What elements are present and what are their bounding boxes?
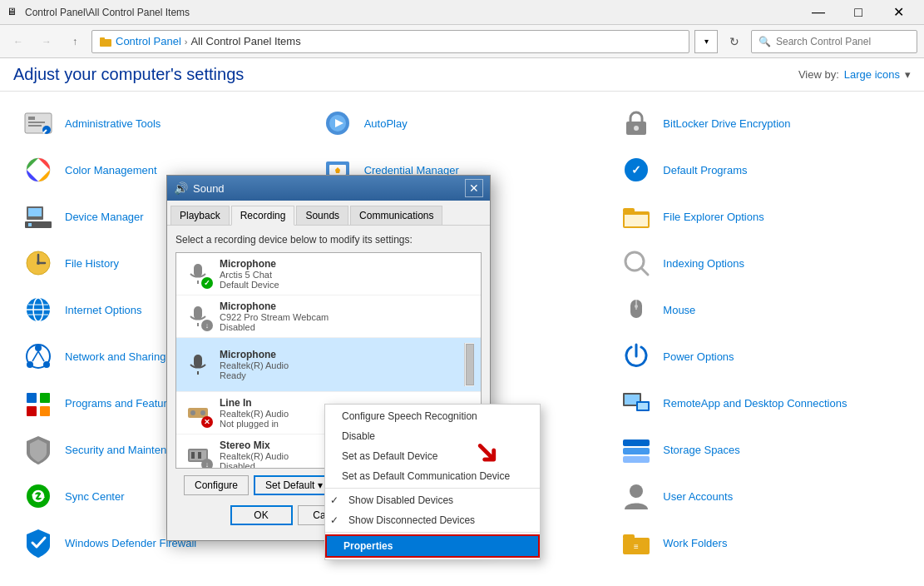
breadcrumb-control-panel[interactable]: Control Panel: [116, 35, 181, 47]
close-button[interactable]: ✕: [879, 0, 917, 25]
device-item-mic1[interactable]: ✓ Microphone Arctis 5 Chat Default Devic…: [176, 253, 481, 295]
title-bar-controls: — □ ✕: [799, 0, 917, 25]
svg-point-94: [190, 410, 195, 415]
title-bar-icon: 🖥: [7, 6, 20, 19]
ctx-show-disconnected[interactable]: Show Disconnected Devices: [325, 510, 540, 530]
ctx-show-disabled[interactable]: Show Disabled Devices: [325, 490, 540, 510]
context-menu: Configure Speech Recognition Disable Set…: [324, 404, 541, 560]
device-mic3-icon-wrap: [183, 350, 213, 380]
breadcrumb-folder-icon: [99, 35, 112, 48]
breadcrumb-bar: Control Panel › All Control Panel Items: [91, 30, 689, 53]
forward-button[interactable]: →: [35, 30, 58, 53]
address-dropdown-button[interactable]: ▾: [694, 30, 718, 53]
device-mic2-info: Microphone C922 Pro Stream Webcam Disabl…: [220, 300, 474, 332]
ctx-set-default-comm[interactable]: Set as Default Communication Device: [325, 466, 540, 486]
title-bar: 🖥 Control Panel\All Control Panel Items …: [0, 0, 924, 25]
svg-rect-98: [191, 452, 195, 459]
device-mic2-sub1: C922 Pro Stream Webcam: [220, 312, 474, 322]
title-bar-text: Control Panel\All Control Panel Items: [25, 7, 799, 18]
refresh-button[interactable]: ↻: [723, 30, 746, 53]
back-button[interactable]: ←: [7, 30, 30, 53]
view-by-value[interactable]: Large icons: [844, 68, 900, 81]
svg-rect-1: [100, 37, 105, 40]
items-area: Administrative Tools AutoPlay BitLocker …: [0, 92, 924, 586]
ctx-properties[interactable]: Properties: [325, 534, 540, 558]
device-item-mic3[interactable]: Microphone Realtek(R) Audio Ready: [176, 338, 481, 392]
svg-rect-91: [194, 355, 202, 368]
search-input[interactable]: [776, 36, 910, 47]
ctx-disable[interactable]: Disable: [325, 426, 540, 446]
device-mic3-sub1: Realtek(R) Audio: [220, 360, 457, 370]
device-mic3-info: Microphone Realtek(R) Audio Ready: [220, 349, 457, 380]
tab-communications[interactable]: Communications: [350, 206, 442, 225]
device-mic2-icon-wrap: ↓: [183, 301, 213, 331]
tab-sounds[interactable]: Sounds: [296, 206, 348, 225]
minimize-button[interactable]: —: [799, 0, 838, 25]
microphone-icon: [185, 351, 211, 378]
device-stereo-status: ↓: [201, 459, 213, 469]
device-linein-icon-wrap: ✕: [183, 398, 213, 428]
device-mic2-name: Microphone: [220, 300, 474, 312]
ctx-separator-2: [325, 532, 540, 533]
dialog-close-button[interactable]: ✕: [465, 179, 483, 197]
list-scrollbar[interactable]: [464, 343, 474, 386]
device-mic2-status: ↓: [201, 320, 213, 331]
up-button[interactable]: ↑: [63, 30, 86, 53]
device-mic1-info: Microphone Arctis 5 Chat Default Device: [220, 258, 474, 290]
view-by-control: View by: Large icons ▾: [798, 68, 911, 81]
dialog-tabs: Playback Recording Sounds Communications: [167, 201, 490, 226]
device-mic3-name: Microphone: [220, 349, 457, 360]
ctx-configure-speech[interactable]: Configure Speech Recognition: [325, 406, 540, 426]
device-linein-status: ✕: [201, 416, 213, 428]
page-header: Adjust your computer's settings View by:…: [0, 58, 924, 92]
svg-rect-87: [194, 264, 202, 277]
ctx-separator-1: [325, 488, 540, 489]
device-mic1-icon-wrap: ✓: [183, 259, 213, 289]
dialog-sound-icon: 🔊: [174, 181, 188, 195]
dialog-title-bar: 🔊 Sound ✕: [167, 176, 490, 201]
ok-button[interactable]: OK: [230, 505, 293, 525]
device-mic1-sub2: Default Device: [220, 280, 474, 290]
device-mic3-sub2: Ready: [220, 370, 457, 380]
svg-rect-0: [100, 39, 111, 47]
view-by-chevron: ▾: [905, 68, 911, 81]
view-by-label: View by:: [798, 68, 839, 81]
tab-recording[interactable]: Recording: [231, 206, 295, 226]
svg-rect-89: [194, 306, 202, 320]
tab-playback[interactable]: Playback: [170, 206, 230, 225]
breadcrumb-sep1: ›: [185, 37, 188, 47]
svg-point-95: [200, 410, 205, 415]
dialog-hint: Select a recording device below to modif…: [175, 234, 482, 246]
device-mic1-status: ✓: [201, 277, 213, 289]
main-content: Adjust your computer's settings View by:…: [0, 58, 924, 586]
device-mic1-sub1: Arctis 5 Chat: [220, 270, 474, 280]
device-item-mic2[interactable]: ↓ Microphone C922 Pro Stream Webcam Disa…: [176, 295, 481, 338]
device-mic2-sub2: Disabled: [220, 322, 474, 332]
page-title: Adjust your computer's settings: [13, 65, 244, 84]
device-mic1-name: Microphone: [220, 258, 474, 270]
dialog-title-text: Sound: [193, 182, 465, 195]
address-bar: ← → ↑ Control Panel › All Control Panel …: [0, 25, 924, 58]
configure-button[interactable]: Configure: [184, 475, 249, 495]
device-stereo-icon-wrap: ↓: [183, 440, 213, 469]
set-default-button[interactable]: Set Default ▾: [254, 475, 334, 495]
svg-rect-99: [198, 452, 201, 459]
search-box: 🔍: [751, 30, 917, 53]
maximize-button[interactable]: □: [839, 0, 877, 25]
search-icon: 🔍: [758, 36, 771, 47]
breadcrumb-current: All Control Panel Items: [190, 35, 300, 47]
